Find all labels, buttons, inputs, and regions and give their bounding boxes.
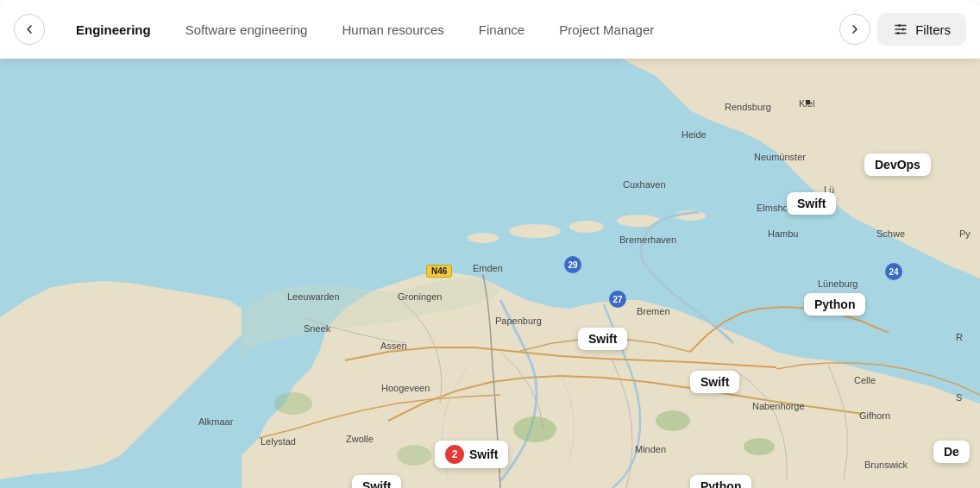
svg-point-12 <box>468 233 499 243</box>
filters-label: Filters <box>915 22 951 37</box>
forward-button[interactable] <box>839 14 870 45</box>
tab-engineering[interactable]: Engineering <box>59 16 168 44</box>
svg-point-3 <box>898 24 901 27</box>
svg-point-20 <box>397 445 431 466</box>
svg-point-18 <box>744 438 775 455</box>
map-background <box>0 59 980 488</box>
navbar: Engineering Software engineering Human r… <box>0 0 980 59</box>
back-button[interactable] <box>14 14 45 45</box>
tab-human-resources[interactable]: Human resources <box>324 16 461 44</box>
tab-finance[interactable]: Finance <box>462 16 542 44</box>
svg-point-16 <box>513 416 556 442</box>
filters-button[interactable]: Filters <box>877 13 966 46</box>
svg-point-10 <box>569 221 604 233</box>
nav-tabs: Engineering Software engineering Human r… <box>59 16 826 44</box>
svg-point-17 <box>656 410 690 431</box>
tab-project-manager[interactable]: Project Manager <box>542 16 671 44</box>
svg-point-4 <box>902 28 905 31</box>
dot-kiel <box>806 100 810 104</box>
map-container[interactable]: Rendsburg Kiel Heide Neumünster Cuxhaven… <box>0 59 980 488</box>
tab-software-engineering[interactable]: Software engineering <box>168 16 325 44</box>
sliders-icon <box>893 22 908 37</box>
svg-point-19 <box>274 392 312 415</box>
svg-point-5 <box>897 32 900 34</box>
svg-point-9 <box>509 224 561 238</box>
